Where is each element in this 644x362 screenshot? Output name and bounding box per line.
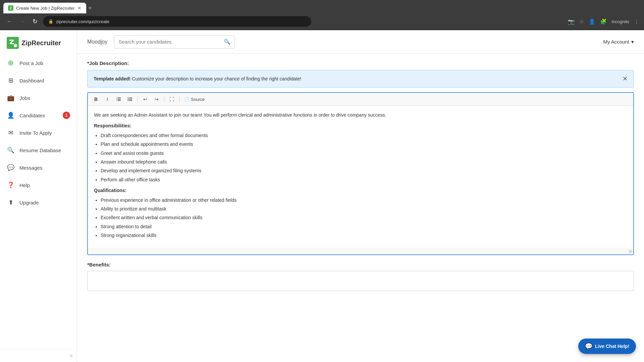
nav-bar: ← → ↻ 🔒 ziprecruiter.com/quiz/create 📷 ☆… <box>0 13 644 29</box>
chat-icon: 💬 <box>585 343 592 350</box>
live-chat-button[interactable]: 💬 Live Chat Help! <box>578 339 636 354</box>
search-bar[interactable]: 🔍 <box>114 35 235 49</box>
upgrade-icon: ⬆ <box>7 198 15 206</box>
post-job-icon: ⊕ <box>7 59 15 67</box>
jobs-icon: 💼 <box>7 94 15 102</box>
dashboard-icon: ⊞ <box>7 76 15 84</box>
sidebar-item-label-dashboard: Dashboard <box>19 78 44 83</box>
candidates-badge: 1 <box>63 112 70 119</box>
editor-body[interactable]: We are seeking an Admin Assistant to joi… <box>88 106 633 248</box>
messages-icon: 💬 <box>7 164 15 172</box>
lock-icon: 🔒 <box>48 19 53 24</box>
toolbar-separator-3 <box>179 96 179 103</box>
italic-button[interactable]: I <box>103 95 112 104</box>
camera-off-icon: 📷 <box>568 18 575 25</box>
list-item: Excellent written and verbal communicati… <box>101 214 627 221</box>
tab-close-button[interactable]: ✕ <box>77 5 82 11</box>
sidebar-item-help[interactable]: ❓ Help <box>0 176 77 194</box>
unordered-list-icon <box>127 97 133 102</box>
editor-resize-handle[interactable]: ⇲ <box>88 248 633 254</box>
list-item: Answer inbound telephone calls <box>101 158 627 166</box>
svg-point-13 <box>128 100 129 101</box>
source-button[interactable]: 📄 Source <box>182 96 207 103</box>
sidebar-nav: ⊕ Post a Job ⊞ Dashboard 💼 Jobs 👤 Candid… <box>0 54 77 349</box>
resize-icon: ⇲ <box>628 248 632 254</box>
list-item: Draft correspondences and other formal d… <box>101 132 627 139</box>
notification-close-button[interactable]: ✕ <box>623 75 628 82</box>
help-icon: ❓ <box>7 181 15 189</box>
sidebar-item-label-post-job: Post a Job <box>19 60 43 66</box>
search-input[interactable] <box>118 39 221 45</box>
svg-rect-0 <box>7 37 19 49</box>
sidebar-item-label-upgrade: Upgrade <box>19 200 39 205</box>
my-account-button[interactable]: My Account ▾ <box>603 39 634 45</box>
live-chat-label: Live Chat Help! <box>595 344 629 349</box>
list-item: Perform all other office tasks <box>101 176 627 183</box>
sidebar-item-label-invite: Invite To Apply <box>19 130 52 136</box>
url-text: ziprecruiter.com/quiz/create <box>56 19 109 24</box>
sidebar-item-dashboard[interactable]: ⊞ Dashboard <box>0 72 77 89</box>
notification-message: Customize your description to increase y… <box>132 76 301 81</box>
tab-title: Create New Job | ZipRecruiter <box>16 6 75 11</box>
svg-text:3: 3 <box>116 99 117 101</box>
unordered-list-button[interactable] <box>125 95 135 104</box>
ordered-list-icon: 123 <box>116 97 121 102</box>
extensions-icon[interactable]: 🧩 <box>600 18 607 25</box>
sidebar-item-upgrade[interactable]: ⬆ Upgrade <box>0 194 77 211</box>
svg-rect-9 <box>129 99 132 100</box>
tab-bar: Z Create New Job | ZipRecruiter ✕ + <box>0 0 644 13</box>
job-description-label: *Job Description: <box>87 60 634 66</box>
list-item: Strong organizational skills <box>101 232 627 239</box>
benefits-editor[interactable] <box>87 271 634 291</box>
forward-button[interactable]: → <box>17 17 27 26</box>
list-item: Greet and assist onsite guests <box>101 149 627 157</box>
reload-button[interactable]: ↻ <box>30 17 40 26</box>
sidebar-item-invite-to-apply[interactable]: ✉ Invite To Apply <box>0 124 77 141</box>
menu-icon[interactable]: ⋮ <box>634 18 639 25</box>
profile-icon[interactable]: 👤 <box>589 18 595 25</box>
back-button[interactable]: ← <box>5 17 14 26</box>
sidebar-item-jobs[interactable]: 💼 Jobs <box>0 89 77 107</box>
notification-bold: Template added! <box>94 76 130 81</box>
sidebar-item-post-job[interactable]: ⊕ Post a Job <box>0 54 77 72</box>
italic-icon: I <box>107 97 108 102</box>
new-tab-button[interactable]: + <box>88 3 92 13</box>
ziprecruiter-logo-icon <box>7 37 19 49</box>
search-icon: 🔍 <box>224 39 230 45</box>
chevron-down-icon: ▾ <box>631 39 634 45</box>
undo-button[interactable]: ↩ <box>141 95 150 104</box>
svg-rect-10 <box>129 100 132 101</box>
top-header: Moodjoy 🔍 My Account ▾ <box>77 30 644 54</box>
svg-point-11 <box>128 98 129 99</box>
incognito-label: Incognito <box>611 19 629 24</box>
company-name: Moodjoy <box>87 39 107 45</box>
responsibilities-list: Draft correspondences and other formal d… <box>101 132 627 183</box>
notification-banner: Template added! Customize your descripti… <box>87 70 634 87</box>
nav-right: 📷 ☆ 👤 🧩 Incognito ⋮ <box>568 18 639 25</box>
editor-toolbar: B I 123 ↩ ↪ ⛶ 📄 Source <box>88 93 633 106</box>
collapse-icon: « <box>70 353 73 359</box>
browser-chrome: Z Create New Job | ZipRecruiter ✕ + ← → … <box>0 0 644 30</box>
sidebar-item-label-messages: Messages <box>19 165 42 171</box>
expand-button[interactable]: ⛶ <box>167 95 176 104</box>
bookmark-icon[interactable]: ☆ <box>579 18 584 25</box>
sidebar-collapse-button[interactable]: « <box>0 349 77 362</box>
svg-rect-3 <box>118 99 121 100</box>
address-bar[interactable]: 🔒 ziprecruiter.com/quiz/create <box>43 16 311 27</box>
sidebar-item-messages[interactable]: 💬 Messages <box>0 159 77 176</box>
redo-button[interactable]: ↪ <box>152 95 161 104</box>
invite-to-apply-icon: ✉ <box>7 129 15 137</box>
candidates-icon: 👤 <box>7 111 15 119</box>
logo-text: ZipRecruiter <box>21 39 61 47</box>
ordered-list-button[interactable]: 123 <box>114 95 123 104</box>
list-item: Previous experience in office administra… <box>101 196 627 204</box>
svg-rect-2 <box>118 98 121 98</box>
sidebar-item-resume-database[interactable]: 🔍 Resume Database <box>0 141 77 159</box>
page-content: *Job Description: Template added! Custom… <box>77 54 644 362</box>
benefits-label: *Benefits: <box>87 262 634 267</box>
bold-button[interactable]: B <box>91 95 101 104</box>
active-tab[interactable]: Z Create New Job | ZipRecruiter ✕ <box>3 3 86 13</box>
editor-intro: We are seeking an Admin Assistant to joi… <box>94 111 627 119</box>
logo: ZipRecruiter <box>0 30 77 54</box>
sidebar-item-candidates[interactable]: 👤 Candidates 1 <box>0 107 77 124</box>
